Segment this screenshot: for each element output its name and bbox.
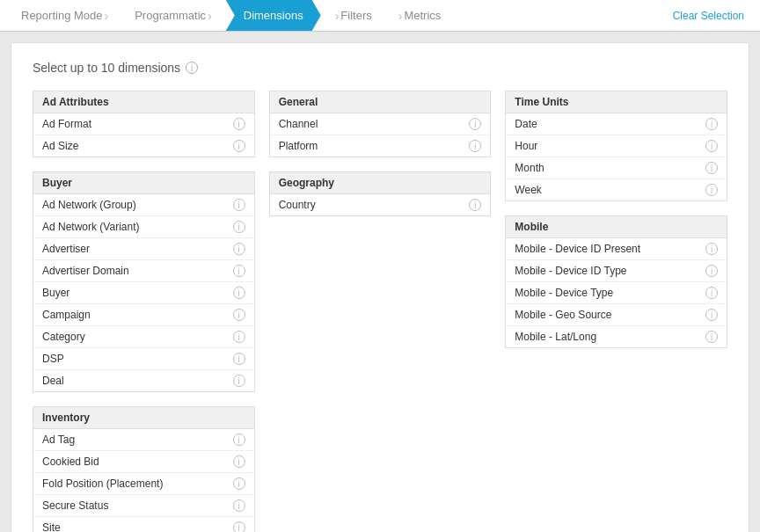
item-info-icon-ad-network-group[interactable]: i — [233, 199, 245, 211]
item-mobile-device-id-present[interactable]: Mobile - Device ID Present i — [506, 238, 727, 260]
item-secure-status[interactable]: Secure Status i — [33, 495, 254, 517]
item-deal[interactable]: Deal i — [33, 370, 254, 391]
nav-step-reporting-mode[interactable]: Reporting Mode › — [9, 0, 122, 31]
group-items-buyer: Ad Network (Group) i Ad Network (Variant… — [33, 193, 255, 392]
group-items-ad-attributes: Ad Format i Ad Size i — [33, 113, 255, 157]
item-ad-network-group[interactable]: Ad Network (Group) i — [33, 194, 254, 216]
item-info-icon-ad-format[interactable]: i — [233, 118, 245, 130]
item-hour[interactable]: Hour i — [506, 135, 727, 157]
nav-step-filters[interactable]: › Filters — [321, 0, 384, 31]
item-info-icon-ad-network-variant[interactable]: i — [233, 221, 245, 233]
group-items-general: Channel i Platform i — [269, 113, 492, 157]
item-dsp[interactable]: DSP i — [33, 348, 254, 370]
item-info-icon-campaign[interactable]: i — [233, 309, 245, 321]
main-content: Select up to 10 dimensions i Ad Attribut… — [11, 42, 749, 532]
nav-step-programmatic[interactable]: Programmatic › — [122, 0, 226, 31]
item-label-buyer: Buyer — [42, 287, 69, 299]
item-label-mobile-device-id-present: Mobile - Device ID Present — [515, 243, 640, 255]
nav-arrow-1: › — [105, 9, 109, 23]
left-column: Ad Attributes Ad Format i Ad Size i Buye… — [33, 91, 255, 532]
item-info-icon-mobile-geo-source[interactable]: i — [705, 309, 718, 321]
section-info-icon[interactable]: i — [186, 62, 198, 74]
item-buyer[interactable]: Buyer i — [33, 282, 254, 304]
columns-container: Ad Attributes Ad Format i Ad Size i Buye… — [33, 91, 727, 532]
nav-step-label: Dimensions — [244, 9, 303, 22]
clear-selection-button[interactable]: Clear Selection — [666, 6, 751, 26]
item-label-ad-network-variant: Ad Network (Variant) — [42, 221, 139, 233]
item-info-icon-month[interactable]: i — [705, 162, 718, 174]
item-info-icon-hour[interactable]: i — [705, 140, 718, 152]
item-cookied-bid[interactable]: Cookied Bid i — [33, 451, 254, 473]
item-label-ad-size: Ad Size — [42, 140, 78, 152]
item-info-icon-platform[interactable]: i — [469, 140, 481, 152]
item-info-icon-deal[interactable]: i — [233, 375, 245, 387]
item-info-icon-advertiser-domain[interactable]: i — [233, 265, 245, 277]
item-info-icon-mobile-lat-long[interactable]: i — [705, 331, 718, 343]
item-label-ad-tag: Ad Tag — [42, 434, 75, 446]
item-ad-size[interactable]: Ad Size i — [33, 135, 254, 157]
item-info-icon-mobile-device-type[interactable]: i — [705, 287, 718, 299]
item-info-icon-date[interactable]: i — [705, 118, 718, 130]
nav-step-metrics[interactable]: › Metrics — [384, 0, 454, 31]
nav-step-dimensions[interactable]: Dimensions — [226, 0, 321, 31]
item-label-week: Week — [515, 184, 541, 196]
item-info-icon-site[interactable]: i — [233, 521, 245, 532]
item-info-icon-cookied-bid[interactable]: i — [233, 455, 245, 468]
item-site[interactable]: Site i — [33, 517, 254, 532]
section-title-text: Select up to 10 dimensions — [33, 61, 180, 75]
item-mobile-device-id-type[interactable]: Mobile - Device ID Type i — [506, 260, 727, 282]
group-header-general: General — [269, 91, 492, 113]
item-label-cookied-bid: Cookied Bid — [42, 455, 99, 468]
item-label-country: Country — [279, 199, 316, 211]
item-info-icon-mobile-device-id-type[interactable]: i — [705, 265, 718, 277]
item-advertiser[interactable]: Advertiser i — [33, 238, 254, 260]
item-info-icon-buyer[interactable]: i — [233, 287, 245, 299]
item-mobile-lat-long[interactable]: Mobile - Lat/Long i — [506, 326, 727, 347]
item-info-icon-secure-status[interactable]: i — [233, 499, 245, 512]
item-label-date: Date — [515, 118, 537, 130]
item-label-platform: Platform — [279, 140, 318, 152]
item-mobile-device-type[interactable]: Mobile - Device Type i — [506, 282, 727, 304]
item-date[interactable]: Date i — [506, 113, 727, 135]
item-fold-position[interactable]: Fold Position (Placement) i — [33, 473, 254, 495]
item-country[interactable]: Country i — [270, 194, 491, 215]
item-label-hour: Hour — [515, 140, 537, 152]
item-ad-format[interactable]: Ad Format i — [33, 113, 254, 135]
item-label-mobile-lat-long: Mobile - Lat/Long — [515, 331, 596, 343]
item-info-icon-week[interactable]: i — [705, 184, 718, 196]
item-label-ad-format: Ad Format — [42, 118, 91, 130]
item-platform[interactable]: Platform i — [270, 135, 491, 157]
item-label-site: Site — [42, 521, 61, 532]
item-week[interactable]: Week i — [506, 179, 727, 200]
item-label-month: Month — [515, 162, 544, 174]
item-info-icon-advertiser[interactable]: i — [233, 243, 245, 255]
nav-steps: Reporting Mode › Programmatic › Dimensio… — [9, 0, 453, 31]
item-ad-tag[interactable]: Ad Tag i — [33, 429, 254, 451]
item-label-mobile-device-type: Mobile - Device Type — [515, 287, 613, 299]
item-info-icon-dsp[interactable]: i — [233, 353, 245, 365]
group-header-ad-attributes: Ad Attributes — [33, 91, 255, 113]
item-mobile-geo-source[interactable]: Mobile - Geo Source i — [506, 304, 727, 326]
item-info-icon-ad-size[interactable]: i — [233, 140, 245, 152]
item-info-icon-channel[interactable]: i — [469, 118, 481, 130]
group-header-inventory: Inventory — [33, 406, 255, 428]
group-header-time-units: Time Units — [505, 91, 727, 113]
item-label-dsp: DSP — [42, 353, 64, 365]
item-month[interactable]: Month i — [506, 157, 727, 179]
item-info-icon-mobile-device-id-present[interactable]: i — [705, 243, 718, 255]
item-category[interactable]: Category i — [33, 326, 254, 348]
item-info-icon-category[interactable]: i — [233, 331, 245, 343]
nav-arrow-2: › — [208, 9, 212, 23]
item-info-icon-ad-tag[interactable]: i — [233, 434, 245, 446]
item-info-icon-fold-position[interactable]: i — [233, 477, 245, 490]
item-label-fold-position: Fold Position (Placement) — [42, 477, 163, 490]
item-advertiser-domain[interactable]: Advertiser Domain i — [33, 260, 254, 282]
item-label-secure-status: Secure Status — [42, 499, 108, 512]
page-wrapper: Reporting Mode › Programmatic › Dimensio… — [0, 0, 760, 532]
item-label-channel: Channel — [279, 118, 318, 130]
item-label-mobile-geo-source: Mobile - Geo Source — [515, 309, 611, 321]
item-ad-network-variant[interactable]: Ad Network (Variant) i — [33, 216, 254, 238]
item-channel[interactable]: Channel i — [270, 113, 491, 135]
item-info-icon-country[interactable]: i — [469, 199, 481, 211]
item-campaign[interactable]: Campaign i — [33, 304, 254, 326]
